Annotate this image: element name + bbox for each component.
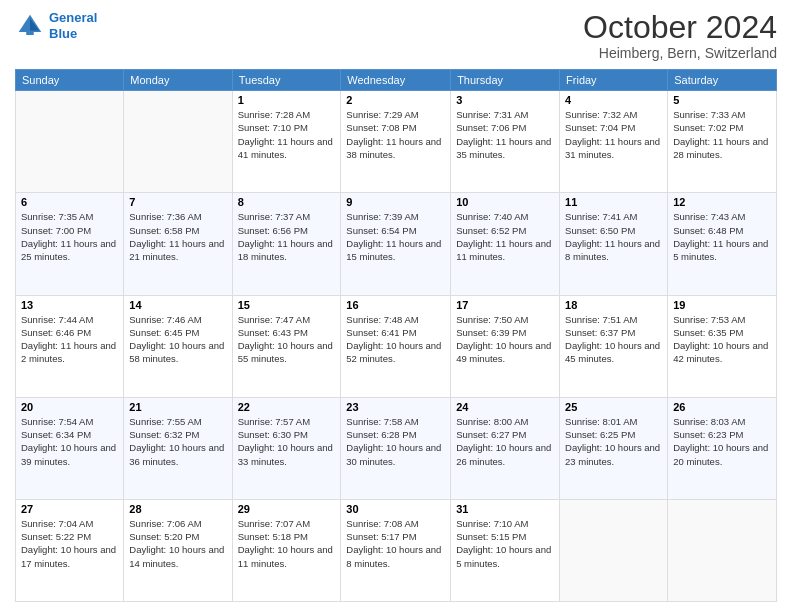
weekday-header-friday: Friday	[560, 70, 668, 91]
day-cell: 4Sunrise: 7:32 AMSunset: 7:04 PMDaylight…	[560, 91, 668, 193]
day-info: Sunrise: 7:07 AMSunset: 5:18 PMDaylight:…	[238, 517, 336, 570]
day-cell: 28Sunrise: 7:06 AMSunset: 5:20 PMDayligh…	[124, 499, 232, 601]
week-row-3: 13Sunrise: 7:44 AMSunset: 6:46 PMDayligh…	[16, 295, 777, 397]
day-cell: 16Sunrise: 7:48 AMSunset: 6:41 PMDayligh…	[341, 295, 451, 397]
day-info: Sunrise: 7:36 AMSunset: 6:58 PMDaylight:…	[129, 210, 226, 263]
day-info: Sunrise: 7:33 AMSunset: 7:02 PMDaylight:…	[673, 108, 771, 161]
day-number: 13	[21, 299, 118, 311]
day-cell: 30Sunrise: 7:08 AMSunset: 5:17 PMDayligh…	[341, 499, 451, 601]
day-info: Sunrise: 7:44 AMSunset: 6:46 PMDaylight:…	[21, 313, 118, 366]
day-cell: 1Sunrise: 7:28 AMSunset: 7:10 PMDaylight…	[232, 91, 341, 193]
day-info: Sunrise: 7:48 AMSunset: 6:41 PMDaylight:…	[346, 313, 445, 366]
day-number: 27	[21, 503, 118, 515]
day-info: Sunrise: 7:35 AMSunset: 7:00 PMDaylight:…	[21, 210, 118, 263]
location: Heimberg, Bern, Switzerland	[583, 45, 777, 61]
day-cell: 14Sunrise: 7:46 AMSunset: 6:45 PMDayligh…	[124, 295, 232, 397]
day-cell: 25Sunrise: 8:01 AMSunset: 6:25 PMDayligh…	[560, 397, 668, 499]
day-cell: 9Sunrise: 7:39 AMSunset: 6:54 PMDaylight…	[341, 193, 451, 295]
day-cell	[668, 499, 777, 601]
logo: General Blue	[15, 10, 97, 41]
day-info: Sunrise: 8:00 AMSunset: 6:27 PMDaylight:…	[456, 415, 554, 468]
day-number: 9	[346, 196, 445, 208]
day-cell: 29Sunrise: 7:07 AMSunset: 5:18 PMDayligh…	[232, 499, 341, 601]
day-info: Sunrise: 7:41 AMSunset: 6:50 PMDaylight:…	[565, 210, 662, 263]
day-cell: 3Sunrise: 7:31 AMSunset: 7:06 PMDaylight…	[451, 91, 560, 193]
weekday-header-thursday: Thursday	[451, 70, 560, 91]
day-info: Sunrise: 7:08 AMSunset: 5:17 PMDaylight:…	[346, 517, 445, 570]
day-cell: 7Sunrise: 7:36 AMSunset: 6:58 PMDaylight…	[124, 193, 232, 295]
day-cell: 24Sunrise: 8:00 AMSunset: 6:27 PMDayligh…	[451, 397, 560, 499]
svg-rect-2	[26, 32, 34, 35]
day-number: 19	[673, 299, 771, 311]
day-info: Sunrise: 8:03 AMSunset: 6:23 PMDaylight:…	[673, 415, 771, 468]
day-cell: 23Sunrise: 7:58 AMSunset: 6:28 PMDayligh…	[341, 397, 451, 499]
day-info: Sunrise: 7:55 AMSunset: 6:32 PMDaylight:…	[129, 415, 226, 468]
day-cell: 5Sunrise: 7:33 AMSunset: 7:02 PMDaylight…	[668, 91, 777, 193]
day-cell: 20Sunrise: 7:54 AMSunset: 6:34 PMDayligh…	[16, 397, 124, 499]
day-info: Sunrise: 7:57 AMSunset: 6:30 PMDaylight:…	[238, 415, 336, 468]
day-cell: 21Sunrise: 7:55 AMSunset: 6:32 PMDayligh…	[124, 397, 232, 499]
day-info: Sunrise: 7:53 AMSunset: 6:35 PMDaylight:…	[673, 313, 771, 366]
day-cell: 8Sunrise: 7:37 AMSunset: 6:56 PMDaylight…	[232, 193, 341, 295]
day-number: 26	[673, 401, 771, 413]
day-info: Sunrise: 7:58 AMSunset: 6:28 PMDaylight:…	[346, 415, 445, 468]
day-info: Sunrise: 7:29 AMSunset: 7:08 PMDaylight:…	[346, 108, 445, 161]
day-cell: 26Sunrise: 8:03 AMSunset: 6:23 PMDayligh…	[668, 397, 777, 499]
day-number: 5	[673, 94, 771, 106]
day-number: 21	[129, 401, 226, 413]
day-cell: 2Sunrise: 7:29 AMSunset: 7:08 PMDaylight…	[341, 91, 451, 193]
day-cell: 19Sunrise: 7:53 AMSunset: 6:35 PMDayligh…	[668, 295, 777, 397]
day-cell: 22Sunrise: 7:57 AMSunset: 6:30 PMDayligh…	[232, 397, 341, 499]
weekday-header-wednesday: Wednesday	[341, 70, 451, 91]
day-number: 17	[456, 299, 554, 311]
header: General Blue October 2024 Heimberg, Bern…	[15, 10, 777, 61]
weekday-header-saturday: Saturday	[668, 70, 777, 91]
week-row-1: 1Sunrise: 7:28 AMSunset: 7:10 PMDaylight…	[16, 91, 777, 193]
day-info: Sunrise: 7:51 AMSunset: 6:37 PMDaylight:…	[565, 313, 662, 366]
logo-text: General Blue	[49, 10, 97, 41]
day-cell: 10Sunrise: 7:40 AMSunset: 6:52 PMDayligh…	[451, 193, 560, 295]
day-number: 4	[565, 94, 662, 106]
week-row-4: 20Sunrise: 7:54 AMSunset: 6:34 PMDayligh…	[16, 397, 777, 499]
weekday-header-monday: Monday	[124, 70, 232, 91]
day-number: 11	[565, 196, 662, 208]
calendar-page: General Blue October 2024 Heimberg, Bern…	[0, 0, 792, 612]
day-cell	[124, 91, 232, 193]
day-number: 3	[456, 94, 554, 106]
weekday-header-sunday: Sunday	[16, 70, 124, 91]
day-number: 24	[456, 401, 554, 413]
day-number: 10	[456, 196, 554, 208]
day-number: 2	[346, 94, 445, 106]
day-cell: 27Sunrise: 7:04 AMSunset: 5:22 PMDayligh…	[16, 499, 124, 601]
day-info: Sunrise: 7:28 AMSunset: 7:10 PMDaylight:…	[238, 108, 336, 161]
day-cell: 15Sunrise: 7:47 AMSunset: 6:43 PMDayligh…	[232, 295, 341, 397]
day-info: Sunrise: 7:50 AMSunset: 6:39 PMDaylight:…	[456, 313, 554, 366]
day-info: Sunrise: 7:40 AMSunset: 6:52 PMDaylight:…	[456, 210, 554, 263]
day-number: 12	[673, 196, 771, 208]
day-cell	[16, 91, 124, 193]
day-number: 28	[129, 503, 226, 515]
day-cell: 6Sunrise: 7:35 AMSunset: 7:00 PMDaylight…	[16, 193, 124, 295]
day-number: 18	[565, 299, 662, 311]
weekday-header-row: SundayMondayTuesdayWednesdayThursdayFrid…	[16, 70, 777, 91]
day-number: 25	[565, 401, 662, 413]
day-cell: 13Sunrise: 7:44 AMSunset: 6:46 PMDayligh…	[16, 295, 124, 397]
day-number: 8	[238, 196, 336, 208]
week-row-2: 6Sunrise: 7:35 AMSunset: 7:00 PMDaylight…	[16, 193, 777, 295]
day-info: Sunrise: 7:04 AMSunset: 5:22 PMDaylight:…	[21, 517, 118, 570]
day-number: 22	[238, 401, 336, 413]
day-number: 1	[238, 94, 336, 106]
title-block: October 2024 Heimberg, Bern, Switzerland	[583, 10, 777, 61]
month-title: October 2024	[583, 10, 777, 45]
calendar-table: SundayMondayTuesdayWednesdayThursdayFrid…	[15, 69, 777, 602]
day-cell: 17Sunrise: 7:50 AMSunset: 6:39 PMDayligh…	[451, 295, 560, 397]
day-number: 29	[238, 503, 336, 515]
day-info: Sunrise: 7:46 AMSunset: 6:45 PMDaylight:…	[129, 313, 226, 366]
day-cell: 18Sunrise: 7:51 AMSunset: 6:37 PMDayligh…	[560, 295, 668, 397]
week-row-5: 27Sunrise: 7:04 AMSunset: 5:22 PMDayligh…	[16, 499, 777, 601]
day-cell: 12Sunrise: 7:43 AMSunset: 6:48 PMDayligh…	[668, 193, 777, 295]
day-number: 7	[129, 196, 226, 208]
day-cell: 31Sunrise: 7:10 AMSunset: 5:15 PMDayligh…	[451, 499, 560, 601]
day-number: 14	[129, 299, 226, 311]
logo-icon	[15, 11, 45, 41]
